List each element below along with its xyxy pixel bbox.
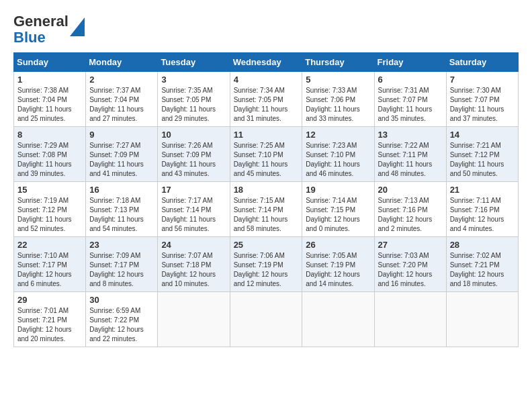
calendar-week-4: 22Sunrise: 7:10 AM Sunset: 7:17 PM Dayli… [14, 237, 519, 292]
day-number: 19 [306, 185, 370, 195]
calendar-cell: 8Sunrise: 7:29 AM Sunset: 7:08 PM Daylig… [14, 127, 86, 182]
calendar-cell: 30Sunrise: 6:59 AM Sunset: 7:22 PM Dayli… [86, 292, 158, 347]
calendar-header: Sunday Monday Tuesday Wednesday Thursday… [14, 53, 519, 72]
calendar-cell: 25Sunrise: 7:06 AM Sunset: 7:19 PM Dayli… [230, 237, 302, 292]
day-info: Sunrise: 7:34 AM Sunset: 7:05 PM Dayligh… [234, 86, 299, 124]
day-info: Sunrise: 7:31 AM Sunset: 7:07 PM Dayligh… [378, 86, 443, 124]
day-info: Sunrise: 7:15 AM Sunset: 7:14 PM Dayligh… [234, 196, 299, 234]
day-info: Sunrise: 6:59 AM Sunset: 7:22 PM Dayligh… [89, 306, 154, 344]
day-info: Sunrise: 7:03 AM Sunset: 7:20 PM Dayligh… [378, 251, 443, 289]
day-info: Sunrise: 7:29 AM Sunset: 7:08 PM Dayligh… [17, 141, 82, 179]
calendar-cell: 2Sunrise: 7:37 AM Sunset: 7:04 PM Daylig… [86, 72, 158, 127]
calendar-week-1: 1Sunrise: 7:38 AM Sunset: 7:04 PM Daylig… [14, 72, 519, 127]
calendar-cell: 3Sunrise: 7:35 AM Sunset: 7:05 PM Daylig… [158, 72, 230, 127]
day-info: Sunrise: 7:30 AM Sunset: 7:07 PM Dayligh… [450, 86, 515, 124]
calendar-cell: 21Sunrise: 7:11 AM Sunset: 7:16 PM Dayli… [446, 182, 518, 237]
calendar-cell: 4Sunrise: 7:34 AM Sunset: 7:05 PM Daylig… [230, 72, 302, 127]
calendar-body: 1Sunrise: 7:38 AM Sunset: 7:04 PM Daylig… [14, 72, 519, 347]
col-tuesday: Tuesday [158, 53, 230, 72]
calendar-cell: 24Sunrise: 7:07 AM Sunset: 7:18 PM Dayli… [158, 237, 230, 292]
col-sunday: Sunday [14, 53, 86, 72]
calendar-cell [230, 292, 302, 347]
day-number: 25 [234, 240, 299, 250]
day-number: 27 [378, 240, 443, 250]
calendar-week-2: 8Sunrise: 7:29 AM Sunset: 7:08 PM Daylig… [14, 127, 519, 182]
day-info: Sunrise: 7:19 AM Sunset: 7:12 PM Dayligh… [17, 196, 82, 234]
day-info: Sunrise: 7:13 AM Sunset: 7:16 PM Dayligh… [378, 196, 443, 234]
logo: General Blue [13, 13, 85, 46]
calendar-cell: 14Sunrise: 7:21 AM Sunset: 7:12 PM Dayli… [446, 127, 518, 182]
calendar-cell: 28Sunrise: 7:02 AM Sunset: 7:21 PM Dayli… [446, 237, 518, 292]
calendar-cell: 17Sunrise: 7:17 AM Sunset: 7:14 PM Dayli… [158, 182, 230, 237]
day-number: 2 [89, 75, 154, 85]
day-info: Sunrise: 7:02 AM Sunset: 7:21 PM Dayligh… [450, 251, 515, 289]
logo-icon [70, 17, 85, 36]
day-number: 29 [17, 295, 82, 305]
day-info: Sunrise: 7:33 AM Sunset: 7:06 PM Dayligh… [306, 86, 370, 124]
day-info: Sunrise: 7:01 AM Sunset: 7:21 PM Dayligh… [17, 306, 82, 344]
calendar-week-3: 15Sunrise: 7:19 AM Sunset: 7:12 PM Dayli… [14, 182, 519, 237]
calendar-cell [302, 292, 374, 347]
day-info: Sunrise: 7:26 AM Sunset: 7:09 PM Dayligh… [161, 141, 226, 179]
calendar-cell: 27Sunrise: 7:03 AM Sunset: 7:20 PM Dayli… [374, 237, 446, 292]
day-number: 8 [17, 130, 82, 140]
calendar-cell: 20Sunrise: 7:13 AM Sunset: 7:16 PM Dayli… [374, 182, 446, 237]
day-number: 23 [89, 240, 154, 250]
day-info: Sunrise: 7:09 AM Sunset: 7:17 PM Dayligh… [89, 251, 154, 289]
day-info: Sunrise: 7:14 AM Sunset: 7:15 PM Dayligh… [306, 196, 370, 234]
day-info: Sunrise: 7:25 AM Sunset: 7:10 PM Dayligh… [234, 141, 299, 179]
day-number: 1 [17, 75, 82, 85]
day-number: 21 [450, 185, 515, 195]
day-number: 11 [234, 130, 299, 140]
col-friday: Friday [374, 53, 446, 72]
svg-marker-0 [70, 17, 85, 36]
calendar-cell: 23Sunrise: 7:09 AM Sunset: 7:17 PM Dayli… [86, 237, 158, 292]
day-info: Sunrise: 7:05 AM Sunset: 7:19 PM Dayligh… [306, 251, 370, 289]
day-info: Sunrise: 7:17 AM Sunset: 7:14 PM Dayligh… [161, 196, 226, 234]
calendar-cell: 7Sunrise: 7:30 AM Sunset: 7:07 PM Daylig… [446, 72, 518, 127]
col-monday: Monday [86, 53, 158, 72]
day-number: 17 [161, 185, 226, 195]
calendar-cell: 13Sunrise: 7:22 AM Sunset: 7:11 PM Dayli… [374, 127, 446, 182]
day-number: 22 [17, 240, 82, 250]
calendar-cell: 5Sunrise: 7:33 AM Sunset: 7:06 PM Daylig… [302, 72, 374, 127]
calendar-cell: 18Sunrise: 7:15 AM Sunset: 7:14 PM Dayli… [230, 182, 302, 237]
day-info: Sunrise: 7:22 AM Sunset: 7:11 PM Dayligh… [378, 141, 443, 179]
col-saturday: Saturday [446, 53, 518, 72]
calendar-cell: 26Sunrise: 7:05 AM Sunset: 7:19 PM Dayli… [302, 237, 374, 292]
day-info: Sunrise: 7:07 AM Sunset: 7:18 PM Dayligh… [161, 251, 226, 289]
calendar-cell: 15Sunrise: 7:19 AM Sunset: 7:12 PM Dayli… [14, 182, 86, 237]
calendar-cell [446, 292, 518, 347]
day-number: 6 [378, 75, 443, 85]
calendar-cell: 16Sunrise: 7:18 AM Sunset: 7:13 PM Dayli… [86, 182, 158, 237]
day-info: Sunrise: 7:23 AM Sunset: 7:10 PM Dayligh… [306, 141, 370, 179]
calendar-table: Sunday Monday Tuesday Wednesday Thursday… [13, 52, 519, 347]
day-info: Sunrise: 7:21 AM Sunset: 7:12 PM Dayligh… [450, 141, 515, 179]
day-number: 16 [89, 185, 154, 195]
day-info: Sunrise: 7:38 AM Sunset: 7:04 PM Dayligh… [17, 86, 82, 124]
day-number: 9 [89, 130, 154, 140]
day-number: 3 [161, 75, 226, 85]
calendar-cell: 9Sunrise: 7:27 AM Sunset: 7:09 PM Daylig… [86, 127, 158, 182]
day-number: 15 [17, 185, 82, 195]
day-info: Sunrise: 7:06 AM Sunset: 7:19 PM Dayligh… [234, 251, 299, 289]
day-number: 28 [450, 240, 515, 250]
calendar-cell [374, 292, 446, 347]
col-thursday: Thursday [302, 53, 374, 72]
day-info: Sunrise: 7:11 AM Sunset: 7:16 PM Dayligh… [450, 196, 515, 234]
col-wednesday: Wednesday [230, 53, 302, 72]
calendar-cell: 6Sunrise: 7:31 AM Sunset: 7:07 PM Daylig… [374, 72, 446, 127]
day-number: 30 [89, 295, 154, 305]
day-number: 18 [234, 185, 299, 195]
calendar-cell: 10Sunrise: 7:26 AM Sunset: 7:09 PM Dayli… [158, 127, 230, 182]
day-info: Sunrise: 7:18 AM Sunset: 7:13 PM Dayligh… [89, 196, 154, 234]
calendar-cell: 29Sunrise: 7:01 AM Sunset: 7:21 PM Dayli… [14, 292, 86, 347]
day-number: 13 [378, 130, 443, 140]
calendar-cell: 22Sunrise: 7:10 AM Sunset: 7:17 PM Dayli… [14, 237, 86, 292]
day-number: 20 [378, 185, 443, 195]
day-info: Sunrise: 7:27 AM Sunset: 7:09 PM Dayligh… [89, 141, 154, 179]
day-info: Sunrise: 7:37 AM Sunset: 7:04 PM Dayligh… [89, 86, 154, 124]
day-number: 4 [234, 75, 299, 85]
day-number: 7 [450, 75, 515, 85]
day-info: Sunrise: 7:10 AM Sunset: 7:17 PM Dayligh… [17, 251, 82, 289]
